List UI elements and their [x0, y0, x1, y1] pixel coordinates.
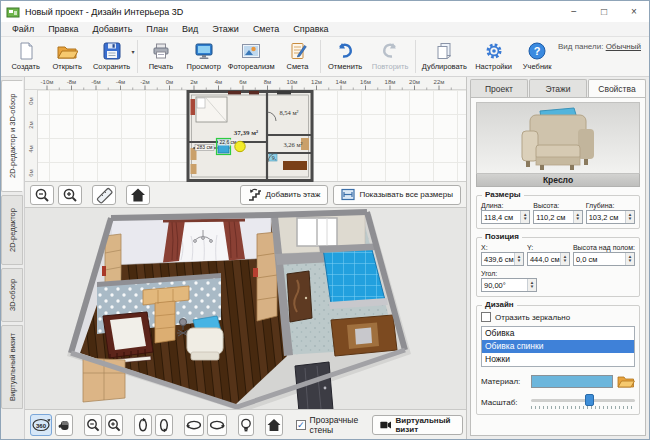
transparent-walls-checkbox[interactable]: ✓	[296, 420, 306, 430]
depth-input[interactable]: 103,2 см ▲▼	[586, 210, 635, 224]
material-label: Материал:	[481, 377, 527, 386]
plan-zoom-in-button[interactable]	[58, 185, 82, 205]
list-item-upholstery[interactable]: Обивка	[482, 327, 634, 340]
close-button[interactable]: ×	[619, 1, 649, 22]
position-x-input[interactable]: 439,6 см ▲▼	[481, 252, 524, 266]
tab-properties[interactable]: Свойства	[588, 79, 646, 97]
rotate-360-icon: 360	[31, 416, 51, 434]
slider-handle[interactable]	[585, 394, 594, 406]
floor-height-input[interactable]: 0,0 см ▲▼	[573, 252, 635, 266]
transparent-walls-option[interactable]: ✓ Прозрачные стены	[296, 415, 359, 435]
new-button[interactable]: Создать	[5, 39, 46, 71]
mirror-option[interactable]: Отразить зеркально	[481, 312, 635, 322]
undo-button[interactable]: Отменить	[323, 39, 367, 71]
menu-plan[interactable]: План	[139, 23, 175, 35]
panel-view-link[interactable]: Обычный	[606, 42, 641, 51]
height-spinner-arrows[interactable]: ▲▼	[573, 211, 582, 223]
show-all-dimensions-button[interactable]: Показывать все размеры	[333, 185, 461, 205]
svg-text:22м: 22м	[434, 79, 445, 85]
plan-home-button[interactable]	[126, 185, 150, 205]
transparent-walls-label: Прозрачные стены	[310, 415, 359, 435]
menu-add[interactable]: Добавить	[86, 23, 140, 35]
length-input[interactable]: 118,4 см ▲▼	[481, 210, 530, 224]
material-swatch[interactable]	[531, 375, 613, 388]
zoom-in-3d-button[interactable]	[105, 414, 123, 436]
svg-text:-4м: -4м	[116, 79, 125, 85]
tab-2d-3d-combined[interactable]: 2D-редактор и 3D-обзор	[1, 80, 23, 192]
menu-estimate[interactable]: Смета	[246, 23, 286, 35]
plan-zoom-out-button[interactable]	[30, 185, 54, 205]
tab-floors[interactable]: Этажи	[529, 79, 587, 97]
browse-material-folder-icon[interactable]	[617, 374, 635, 388]
list-item-legs[interactable]: Ножки	[482, 353, 634, 366]
length-spinner-arrows[interactable]: ▲▼	[520, 211, 529, 223]
height-input[interactable]: 110,2 см ▲▼	[533, 210, 582, 224]
window-title: Новый проект - Дизайн Интерьера 3D	[25, 7, 559, 17]
virtual-visit-button[interactable]: Виртуальный визит	[372, 415, 463, 435]
add-floor-button[interactable]: Добавить этаж	[240, 185, 329, 205]
svg-text:6м: 6м	[239, 79, 246, 85]
menu-file[interactable]: Файл	[5, 23, 41, 35]
view3d-toolbar: 360	[25, 409, 466, 439]
save-dropdown-arrow[interactable]: ▾	[131, 48, 134, 55]
menu-help[interactable]: Справка	[286, 23, 335, 35]
position-y-input[interactable]: 444,0 см ▲▼	[527, 252, 570, 266]
rotate-360-button[interactable]: 360	[30, 414, 52, 436]
scale-slider[interactable]	[531, 394, 635, 410]
bathroom-vanity	[331, 315, 397, 356]
plan-rotate-handle[interactable]	[235, 141, 245, 151]
rotate-down-button[interactable]	[155, 414, 173, 436]
object-preview	[476, 102, 640, 174]
preview-button[interactable]: Просмотр	[182, 39, 226, 71]
tab-3d-view[interactable]: 3D-обзор	[1, 268, 23, 322]
menu-edit[interactable]: Правка	[41, 23, 85, 35]
svg-text:20м: 20м	[409, 79, 420, 85]
list-item-back-upholstery[interactable]: Обивка спинки	[482, 340, 634, 353]
zoom-out-3d-button[interactable]	[84, 414, 102, 436]
orbit-right-button[interactable]	[207, 414, 227, 436]
orbit-left-button[interactable]	[184, 414, 204, 436]
plan-2d-canvas[interactable]: 0м2м4м6м	[25, 90, 466, 182]
minimize-button[interactable]: −	[559, 1, 589, 22]
toolbar-separator	[320, 40, 321, 73]
svg-text:-2м: -2м	[140, 79, 149, 85]
y-spinner-arrows[interactable]: ▲▼	[560, 253, 569, 265]
svg-text:10м: 10м	[287, 79, 298, 85]
home-view-button[interactable]	[265, 414, 283, 436]
menu-view[interactable]: Вид	[175, 23, 205, 35]
estimate-button[interactable]: Смета	[277, 39, 318, 71]
plan-measure-button[interactable]	[92, 185, 116, 205]
rotate-up-button[interactable]	[134, 414, 152, 436]
depth-spinner-arrows[interactable]: ▲▼	[625, 211, 634, 223]
tab-project[interactable]: Проект	[470, 79, 528, 97]
pan-button[interactable]	[55, 414, 73, 436]
duplicate-button[interactable]: Дублировать	[418, 39, 471, 71]
question-icon: ?	[527, 41, 547, 61]
photorealism-button[interactable]: Фотореализм	[226, 39, 277, 71]
save-button[interactable]: Сохранить ▾	[88, 39, 136, 71]
view-3d[interactable]	[25, 208, 466, 409]
svg-text:14м: 14м	[336, 79, 347, 85]
material-parts-list: Обивка Обивка спинки Ножки	[481, 326, 635, 367]
tab-2d-editor[interactable]: 2D-редактор	[1, 195, 23, 265]
settings-button[interactable]: Настройки	[471, 39, 517, 71]
open-button[interactable]: Открыть	[46, 39, 87, 71]
tab-virtual-visit[interactable]: Виртуальный визит	[1, 325, 23, 409]
angle-input[interactable]: 90,00° ▲▼	[481, 278, 537, 292]
floor-height-spinner-arrows[interactable]: ▲▼	[625, 253, 634, 265]
maximize-button[interactable]: □	[589, 1, 619, 22]
angle-spinner-arrows[interactable]: ▲▼	[527, 279, 536, 291]
redo-arrow-icon	[379, 41, 401, 61]
x-spinner-arrows[interactable]: ▲▼	[514, 253, 523, 265]
svg-text:4м: 4м	[215, 79, 222, 85]
menu-floors[interactable]: Этажи	[205, 23, 246, 35]
print-button[interactable]: Печать	[140, 39, 181, 71]
redo-button[interactable]: Повторить	[367, 39, 413, 71]
title-bar: Новый проект - Дизайн Интерьера 3D − □ ×	[1, 1, 649, 22]
mirror-checkbox[interactable]	[481, 312, 491, 322]
toolbar-separator	[137, 40, 138, 73]
tutorial-button[interactable]: ? Учебник	[517, 39, 558, 71]
light-button[interactable]	[238, 414, 254, 436]
right-tabs: Проект Этажи Свойства	[467, 77, 649, 97]
zoom-in-icon	[106, 417, 122, 433]
